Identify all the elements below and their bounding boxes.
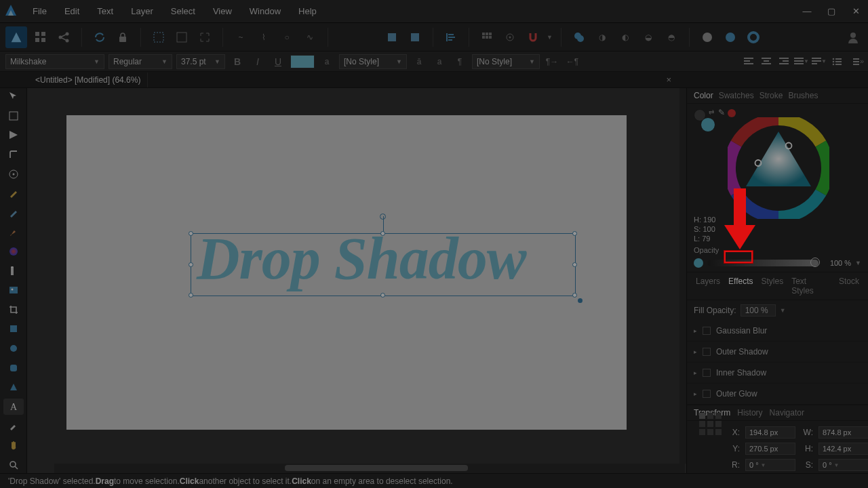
transform-y-field[interactable]: 270.5 px <box>745 443 795 455</box>
persona-icon[interactable] <box>5 26 27 48</box>
bool-subtract-icon[interactable]: ◑ <box>593 28 612 47</box>
opacity-slider[interactable] <box>707 260 818 266</box>
brush-tool-icon[interactable] <box>3 224 24 241</box>
fg-bg-swatch[interactable]: ⇄ <box>694 109 718 134</box>
paragraph-icon[interactable]: ¶ <box>452 54 468 69</box>
bool-xor-icon[interactable]: ◒ <box>639 28 658 47</box>
curve-break-icon[interactable]: ⌇ <box>254 28 273 47</box>
anchor-point-grid[interactable] <box>699 413 722 435</box>
tab-stock[interactable]: Stock <box>837 275 861 297</box>
rectangle-tool-icon[interactable] <box>3 321 24 338</box>
underline-icon[interactable]: U <box>270 54 286 69</box>
fill-opacity-dropdown-icon[interactable]: ▼ <box>780 307 786 314</box>
selection-handle-w[interactable] <box>189 262 193 267</box>
vertical-scrollbar[interactable] <box>679 88 686 464</box>
arrange-grid-icon[interactable] <box>31 28 50 47</box>
flip-vertical-icon[interactable] <box>359 28 378 47</box>
vert-align-icon[interactable]: ▼ <box>811 54 827 69</box>
rtl-icon[interactable]: ←¶ <box>564 54 580 69</box>
snap-expand-icon[interactable] <box>195 28 214 47</box>
insert-inside-icon[interactable] <box>744 28 763 47</box>
effect-inner-shadow[interactable]: ▸Inner Shadow <box>687 363 868 384</box>
bool-divide-icon[interactable]: ◓ <box>662 28 681 47</box>
tab-swatches[interactable]: Swatches <box>719 91 754 100</box>
opacity-value[interactable]: 100 % <box>823 259 851 267</box>
account-icon[interactable] <box>844 28 863 47</box>
selection-handle-ne[interactable] <box>572 231 577 236</box>
selection-handle-e[interactable] <box>572 262 577 267</box>
outer-glow-checkbox[interactable] <box>703 390 711 398</box>
effect-outer-shadow[interactable]: ▸Outer Shadow <box>687 342 868 363</box>
char-style-reset-icon[interactable]: a <box>319 54 335 69</box>
opacity-knob[interactable] <box>694 258 703 268</box>
menu-window[interactable]: Window <box>247 2 283 20</box>
effect-outer-glow[interactable]: ▸Outer Glow <box>687 384 868 405</box>
crop-tool-icon[interactable] <box>3 302 24 319</box>
flip-horizontal-icon[interactable] <box>336 28 355 47</box>
rotate-ccw-icon[interactable] <box>382 28 401 47</box>
point-transform-tool-icon[interactable] <box>3 165 24 182</box>
ellipse-tool-icon[interactable] <box>3 340 24 357</box>
sync-icon[interactable] <box>90 28 109 47</box>
horizontal-scrollbar[interactable] <box>54 464 685 473</box>
selection-handle-s[interactable] <box>380 293 385 298</box>
tab-brushes[interactable]: Brushes <box>788 91 818 100</box>
selection-box[interactable]: Drop Shadow <box>191 233 576 296</box>
node-tool-icon[interactable] <box>3 127 24 144</box>
selection-handle-nw[interactable] <box>189 231 193 236</box>
bold-icon[interactable]: B <box>229 54 245 69</box>
triangle-tool-icon[interactable] <box>3 379 24 396</box>
hand-tool-icon[interactable] <box>3 437 24 454</box>
tab-history[interactable]: History <box>737 408 762 418</box>
outer-shadow-checkbox[interactable] <box>703 348 711 356</box>
font-family-dropdown[interactable]: Milkshake▼ <box>5 54 104 69</box>
minimize-button[interactable]: — <box>795 3 819 20</box>
tab-effects[interactable]: Effects <box>726 275 755 297</box>
bool-intersect-icon[interactable]: ◐ <box>616 28 635 47</box>
fill-tool-icon[interactable] <box>3 243 24 260</box>
curve-smooth-icon[interactable]: ∿ <box>300 28 319 47</box>
skew-handle[interactable] <box>578 298 583 303</box>
tab-color[interactable]: Color <box>694 91 713 100</box>
ligature-icon[interactable]: ā <box>411 54 427 69</box>
transform-h-field[interactable]: 142.4 px <box>818 443 868 455</box>
transform-w-field[interactable]: 874.8 px <box>818 426 868 439</box>
align-right-text-icon[interactable] <box>776 54 792 69</box>
place-image-tool-icon[interactable] <box>3 282 24 299</box>
opacity-dropdown-icon[interactable]: ▼ <box>855 260 861 266</box>
tab-styles[interactable]: Styles <box>760 275 786 297</box>
char-style-dropdown[interactable]: [No Style]▼ <box>339 54 407 69</box>
font-size-dropdown[interactable]: 37.5 pt▼ <box>176 54 225 69</box>
align-justify-icon[interactable]: ▼ <box>793 54 810 69</box>
menu-select[interactable]: Select <box>168 2 198 20</box>
move-tool-icon[interactable] <box>3 88 24 105</box>
menu-help[interactable]: Help <box>296 2 319 20</box>
bullet-list-icon[interactable] <box>829 54 845 69</box>
menu-view[interactable]: View <box>210 2 235 20</box>
ltr-icon[interactable]: ¶→ <box>544 54 560 69</box>
insert-behind-icon[interactable] <box>721 28 740 47</box>
bool-add-icon[interactable] <box>570 28 589 47</box>
lock-defaults-icon[interactable] <box>113 28 132 47</box>
document-tab[interactable]: <Untitled> [Modified] (64.6%) <box>28 73 148 87</box>
swap-colors-icon[interactable]: ⇄ <box>709 108 714 116</box>
tab-text-styles[interactable]: Text Styles <box>789 275 833 297</box>
font-weight-dropdown[interactable]: Regular▼ <box>108 54 172 69</box>
curve-close-icon[interactable]: ○ <box>277 28 296 47</box>
grid-3-icon[interactable] <box>477 28 496 47</box>
align-left-icon[interactable] <box>441 28 460 47</box>
selection-handle-sw[interactable] <box>189 293 193 298</box>
tab-layers[interactable]: Layers <box>694 275 722 297</box>
insert-target-icon[interactable] <box>698 28 717 47</box>
pencil-tool-icon[interactable] <box>3 205 24 222</box>
snap-all-icon[interactable] <box>149 28 168 47</box>
curve-join-icon[interactable]: ~ <box>231 28 250 47</box>
document-tab-close-icon[interactable]: × <box>666 75 671 85</box>
menu-file[interactable]: File <box>30 2 50 20</box>
artistic-text-object[interactable]: Drop Shadow <box>197 224 526 293</box>
tab-stroke[interactable]: Stroke <box>760 91 783 100</box>
typography-icon[interactable]: a <box>431 54 448 69</box>
corner-tool-icon[interactable] <box>3 146 24 163</box>
para-style-dropdown[interactable]: [No Style]▼ <box>472 54 540 69</box>
rotate-cw-icon[interactable] <box>406 28 425 47</box>
